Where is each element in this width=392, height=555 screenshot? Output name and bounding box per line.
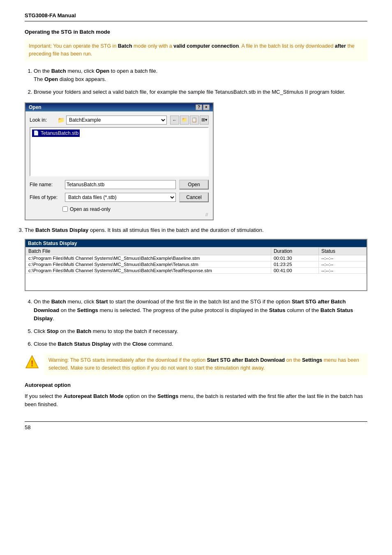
s6t2: with the — [111, 341, 132, 347]
page-header: STG3008-FA Manual — [25, 12, 367, 21]
section-title: Operating the STG in Batch mode — [25, 29, 110, 35]
s4t3: to start the download of the first file … — [108, 298, 292, 305]
lookin-row: Look in: 📁 BatchExample ← 📁 📋 ⊞▾ — [30, 116, 209, 125]
step-3-container: The Batch Status Display opens. It lists… — [25, 227, 367, 233]
batch-file-cell: c:\Program Files\Multi Channel Systems\M… — [26, 255, 271, 261]
warn-t1: Warning: The STG starts immediately afte… — [48, 357, 207, 363]
step3-text1: The — [25, 227, 35, 233]
col-header-file: Batch File — [26, 247, 271, 255]
important-bold1: Batch — [118, 43, 132, 49]
file-icon: 📄 — [33, 130, 39, 136]
s6b2: Close — [132, 341, 147, 347]
batch-status-cell: --:--:-- — [318, 255, 366, 261]
batch-table-row: c:\Program Files\Multi Channel Systems\M… — [26, 267, 367, 273]
step1-text4: dialog box appears. — [58, 76, 106, 82]
s4b1: Batch — [51, 298, 66, 305]
autorepeat-text: If you select the Autorepeat Batch Mode … — [25, 392, 367, 409]
batch-duration-cell: 01:23:25 — [271, 261, 318, 267]
cancel-button[interactable]: Cancel — [179, 192, 209, 202]
view-icon[interactable]: ⊞▾ — [200, 116, 209, 125]
filename-input[interactable] — [65, 180, 176, 189]
batch-file-cell: c:\Program Files\Multi Channel Systems\M… — [26, 261, 271, 267]
filetype-dropdown[interactable]: Batch data files (*.stb) — [65, 193, 176, 202]
manual-title: STG3008-FA Manual — [25, 12, 76, 18]
step1-text2: menu, click — [66, 68, 96, 74]
page-number: 58 — [25, 424, 30, 430]
batch-status-display: Batch Status Display Batch File Duration… — [25, 239, 367, 291]
important-text1: Important: You can operate the STG in — [29, 43, 118, 49]
open-button[interactable]: Open — [179, 180, 209, 190]
dialog-title: Open — [29, 104, 42, 110]
readonly-checkbox[interactable] — [62, 206, 68, 212]
s5t3: menu to stop the batch if necessary. — [91, 328, 178, 334]
folder-icon: 📁 — [58, 117, 65, 123]
s5b1: Stop — [47, 328, 59, 334]
step1-text3: to open a batch file. — [109, 68, 157, 74]
dialog-title-buttons: ? × — [196, 104, 210, 110]
step-1: On the Batch menu, click Open to open a … — [34, 67, 367, 84]
s4t2: menu, click — [66, 298, 96, 305]
s5t2: on the — [59, 328, 76, 334]
batch-table-header: Batch File Duration Status — [26, 247, 367, 255]
warn-b1: Start STG after Batch Download — [207, 357, 285, 363]
step3-bold1: Batch Status Display — [35, 227, 88, 233]
step1-text1: On the — [34, 68, 51, 74]
warning-icon: ! — [25, 354, 39, 369]
step-4: On the Batch menu, click Start to start … — [34, 298, 367, 323]
file-item[interactable]: 📄 TetanusBatch.stb — [32, 130, 80, 137]
steps-list: On the Batch menu, click Open to open a … — [25, 67, 367, 97]
lookin-dropdown[interactable]: BatchExample — [66, 116, 167, 125]
important-text2: mode only with a — [132, 43, 174, 49]
warn-t2: on the — [285, 357, 302, 363]
dialog-titlebar: Open ? × — [25, 103, 213, 111]
new-folder-icon[interactable]: 📋 — [190, 116, 199, 125]
autorepeat-section: Autorepeat option If you select the Auto… — [25, 382, 367, 409]
page-footer: 58 — [25, 421, 367, 430]
s4b4: Settings — [77, 307, 98, 313]
batch-duration-cell: 00:01:30 — [271, 255, 318, 261]
important-text3: . A file in the batch list is only downl… — [239, 43, 334, 49]
resize-handle: // — [30, 212, 209, 217]
s4t5: menu is selected. The progress of the pu… — [98, 307, 269, 313]
s4b2: Start — [96, 298, 108, 305]
s4b5: Status — [269, 307, 286, 313]
s4t7: . — [53, 315, 54, 321]
s6t1: Close the — [34, 341, 58, 347]
s5t1: Click — [34, 328, 47, 334]
up-folder-icon[interactable]: 📁 — [180, 116, 189, 125]
batch-display-title: Batch Status Display — [25, 240, 367, 247]
warn-b2: Settings — [302, 357, 322, 363]
s5b2: Batch — [76, 328, 91, 334]
toolbar-icons: ← 📁 📋 ⊞▾ — [170, 116, 209, 125]
step3-text2: opens. It lists all stimulus files in th… — [88, 227, 263, 233]
back-icon[interactable]: ← — [170, 116, 179, 125]
lookin-label: Look in: — [30, 117, 58, 123]
s6t3: command. — [147, 341, 173, 347]
batch-status-cell: --:--:-- — [318, 267, 366, 273]
step1-bold3: Open — [44, 76, 58, 82]
step1-line2: The — [34, 76, 44, 82]
ar-t1: If you select the — [25, 393, 64, 399]
readonly-label: Open as read-only — [70, 206, 111, 212]
filetype-row: Files of type: Batch data files (*.stb) … — [30, 192, 209, 202]
col-header-duration: Duration — [271, 247, 318, 255]
batch-table-row: c:\Program Files\Multi Channel Systems\M… — [26, 255, 367, 261]
dialog-close-btn[interactable]: × — [203, 104, 210, 110]
svg-text:!: ! — [31, 359, 34, 368]
ar-b2: Settings — [157, 393, 178, 399]
important-bold2: valid computer connection — [173, 43, 239, 49]
s4t1: On the — [34, 298, 51, 305]
batch-table-row: c:\Program Files\Multi Channel Systems\M… — [26, 261, 367, 267]
open-dialog: Open ? × Look in: 📁 BatchExample — [25, 102, 214, 220]
file-browser-area: 📄 TetanusBatch.stb — [30, 127, 209, 176]
step2-text: Browse your folders and select a valid b… — [34, 89, 345, 95]
ar-b1: Autorepeat Batch Mode — [64, 393, 124, 399]
filename-label: File name: — [30, 182, 62, 187]
filename-row: File name: Open — [30, 180, 209, 190]
batch-table-padding — [25, 274, 367, 290]
batch-table: Batch File Duration Status c:\Program Fi… — [25, 247, 367, 274]
dialog-help-btn[interactable]: ? — [196, 104, 202, 110]
filetype-label: Files of type: — [30, 194, 62, 200]
ar-t2: option on the — [124, 393, 157, 399]
step1-bold1: Batch — [51, 68, 66, 74]
